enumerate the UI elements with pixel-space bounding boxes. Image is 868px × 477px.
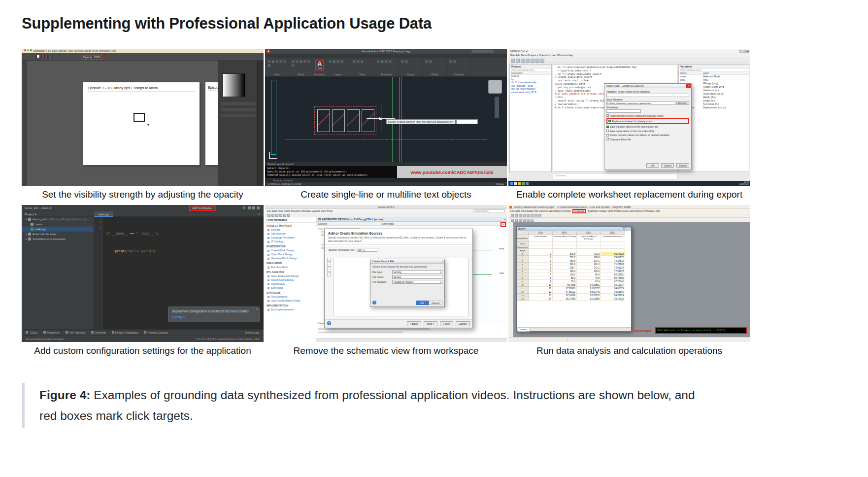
collapsed-panel-dock[interactable] xyxy=(257,61,264,186)
dialog-close-icon[interactable]: × xyxy=(441,259,443,264)
flow-item[interactable]: Open Elaborated Design xyxy=(265,274,316,278)
menu-items[interactable]: Statistics Image Tools Preferences Conne… xyxy=(588,209,660,212)
flow-item[interactable]: Schematic xyxy=(265,286,316,290)
status-tooltip-target[interactable]: Text(Attach to Layer) size(actual) = 16(… xyxy=(655,327,747,334)
cell-charge[interactable]: 146.2 xyxy=(553,270,577,273)
group-icons[interactable] xyxy=(267,60,287,68)
toolbar-icon[interactable] xyxy=(271,214,274,217)
close-icon[interactable]: × xyxy=(504,217,506,222)
toolbar-icon[interactable] xyxy=(534,214,537,217)
file-location-dropdown[interactable]: <Local to Project>▾ xyxy=(392,280,442,284)
cell-charge[interactable]: 88.2 xyxy=(553,276,577,280)
editor-tab-main-py[interactable]: main.py xyxy=(94,211,113,217)
cell-discharge[interactable]: 76.5 xyxy=(577,276,601,280)
menu-items[interactable]: Illustrator File Edit Object Type Select… xyxy=(33,49,116,52)
toolbar-icon[interactable] xyxy=(515,219,518,222)
group-icons[interactable] xyxy=(425,60,444,64)
data-row[interactable]: 6 6 146.2 106.3 77.24678 xyxy=(517,270,631,273)
data-row[interactable]: 3 3 483.6 319.1 79.34832 xyxy=(517,259,631,263)
help-icon[interactable]: ? xyxy=(372,301,376,305)
next-button[interactable]: Next > xyxy=(424,321,437,326)
cell-efficiency[interactable]: 71.37283 xyxy=(601,263,625,266)
variables-field[interactable] xyxy=(606,94,689,97)
cell-discharge[interactable]: 67.4 xyxy=(577,280,601,283)
cell-cycle[interactable]: 14 xyxy=(529,297,553,301)
cell-discharge[interactable]: 63.62745 xyxy=(577,290,601,294)
flow-item[interactable]: Open Synthesized Design xyxy=(265,299,316,303)
save-as-button[interactable]: Save as... xyxy=(676,102,689,105)
flow-item[interactable]: Run Synthesis xyxy=(265,295,316,299)
cell-efficiency[interactable]: 77.24678 xyxy=(601,270,625,273)
dynamic-input-field[interactable] xyxy=(456,119,478,124)
option-row[interactable]: Allow worksheet to be modified if it alr… xyxy=(606,114,689,117)
back-button[interactable]: < Back xyxy=(407,321,421,326)
ok-button[interactable]: OK xyxy=(416,301,429,305)
flow-item[interactable]: Create Block Design xyxy=(265,248,316,252)
cell-charge[interactable]: 69.4898 xyxy=(553,283,577,287)
worksheet-field[interactable] xyxy=(606,109,641,113)
cell-charge[interactable]: 67.95918 xyxy=(553,287,577,290)
minimize-icon[interactable] xyxy=(621,227,624,230)
data-row[interactable]: 11 11 67.95918 63.92157 94.05879 xyxy=(517,287,631,290)
option-row[interactable]: Save variable names to first row in Exce… xyxy=(606,125,689,128)
search-icon[interactable] xyxy=(252,206,255,209)
move-up-icon[interactable]: ↑ xyxy=(327,268,331,272)
flow-item[interactable]: Run Simulation xyxy=(265,265,316,269)
group-icons[interactable] xyxy=(376,60,396,64)
command-input[interactable]: Type a command xyxy=(265,178,507,182)
minimize-window-icon[interactable] xyxy=(27,49,29,51)
cell-efficiency[interactable]: 92.12937 xyxy=(601,283,625,287)
cell-charge[interactable]: 483.6 xyxy=(553,259,577,263)
toolbar-icon[interactable] xyxy=(519,214,522,217)
cell-charge[interactable]: 66.73469 xyxy=(553,297,577,301)
toolbar-icon[interactable] xyxy=(523,214,526,217)
toolbar-icon[interactable] xyxy=(531,59,534,63)
cell-efficiency[interactable]: 72.66224 xyxy=(601,266,625,270)
cell-discharge[interactable]: 63.92157 xyxy=(577,287,601,290)
tree-item-external-libraries[interactable]: ▸External Libraries xyxy=(22,232,94,237)
remove-icon[interactable]: − xyxy=(327,263,331,267)
command-window[interactable]: Command xyxy=(553,173,677,179)
cell-discharge[interactable]: 422.3 xyxy=(577,252,601,256)
help-icon[interactable]: ? xyxy=(327,321,331,325)
tree-item-venv[interactable]: .venv xyxy=(22,222,94,227)
cell-efficiency[interactable]: 79.34832 xyxy=(601,259,625,263)
maximize-icon[interactable] xyxy=(743,50,746,53)
cell-charge[interactable]: 108.2 xyxy=(553,273,577,276)
cell-charge[interactable]: 195.7 xyxy=(553,266,577,270)
search-box[interactable] xyxy=(471,50,494,53)
tools-panel[interactable] xyxy=(22,61,27,186)
cell-charge[interactable]: 609.6 xyxy=(553,252,577,256)
analysis-menu[interactable]: Analysis xyxy=(572,209,586,213)
cell-efficiency[interactable]: 94.32624 xyxy=(601,294,625,297)
cell-efficiency[interactable]: 79.83772 xyxy=(601,256,625,259)
panel-row[interactable] xyxy=(221,108,256,111)
flow-item[interactable]: Run Implementation xyxy=(265,307,316,311)
cell-cycle[interactable]: 1 xyxy=(529,252,553,256)
cell-discharge[interactable]: 106.3 xyxy=(577,270,601,273)
worksheet[interactable]: A(X) B(Y) C(Y) D(Y) Long Name Cycle Numb… xyxy=(517,231,631,327)
add-configuration-button[interactable]: Add Configura... xyxy=(189,205,216,211)
text-tool-button[interactable]: A Text xyxy=(315,60,324,70)
data-row[interactable]: 10 10 69.4898 64.01861 92.12937 xyxy=(517,283,631,287)
menu-bar[interactable]: File Edit Data Graphics Statistics User … xyxy=(508,53,750,57)
cell-cycle[interactable]: 3 xyxy=(529,259,553,263)
toolbar-icon[interactable] xyxy=(511,219,514,222)
data-row[interactable]: 14 14 66.73469 62.15686 93.14025 xyxy=(517,297,631,301)
navigation-bar[interactable] xyxy=(495,97,499,118)
cell-discharge[interactable]: 86.8 xyxy=(577,273,601,276)
menu-bar[interactable]: File Edit Flow Tools Reports Window Layo… xyxy=(265,209,507,213)
toolbar-icon[interactable] xyxy=(511,214,514,217)
flow-item[interactable]: Language Templates xyxy=(265,236,316,239)
schematic-close-icon[interactable]: × xyxy=(501,222,506,227)
toolbar-icon[interactable] xyxy=(531,219,534,222)
group-icons[interactable] xyxy=(449,60,468,64)
model-space-indicator[interactable]: MODEL xyxy=(496,182,504,186)
file-type-dropdown[interactable]: Verilog▾ xyxy=(392,270,442,274)
cell-cycle[interactable]: 12 xyxy=(529,290,553,294)
toolbar-icon[interactable] xyxy=(523,219,526,222)
cell-cycle[interactable]: 11 xyxy=(529,287,553,290)
rectangle-object[interactable] xyxy=(134,113,145,122)
data-row[interactable]: 2 2 556.7 399.9 79.83772 xyxy=(517,256,631,259)
flow-item[interactable]: Add Sources xyxy=(265,232,316,236)
